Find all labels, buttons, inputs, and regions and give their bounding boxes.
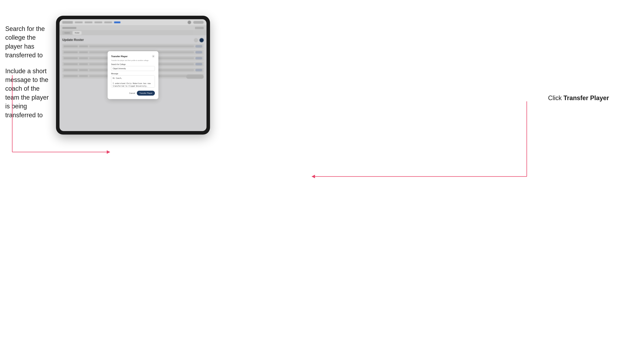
annotation-left: Search for the college the player has tr… <box>5 24 54 127</box>
svg-marker-2 <box>107 150 110 154</box>
message-textarea[interactable]: Hi Coach, I understand Chris Robertson h… <box>111 75 155 88</box>
modal-footer: Cancel Transfer Player <box>111 91 155 96</box>
annotation-message-text: Include a short message to the coach of … <box>5 67 54 120</box>
search-college-label: Search for College <box>111 63 155 65</box>
modal-title: Transfer Player <box>111 55 128 58</box>
tablet-screen: Starters Roster Update Roster <box>60 19 206 131</box>
transfer-player-modal: Transfer Player × Transfer the player an… <box>108 51 158 99</box>
svg-marker-5 <box>312 175 315 178</box>
cancel-button[interactable]: Cancel <box>129 92 135 94</box>
annotation-search-text: Search for the college the player has tr… <box>5 24 54 60</box>
annotation-right: Click Transfer Player <box>548 94 609 102</box>
annotation-transfer-bold: Transfer Player <box>564 94 609 102</box>
transfer-player-button[interactable]: Transfer Player <box>137 91 155 96</box>
modal-overlay: Transfer Player × Transfer the player an… <box>60 19 206 131</box>
modal-close-button[interactable]: × <box>152 55 155 58</box>
modal-subtitle: Transfer the player and their profile to… <box>111 60 155 61</box>
search-college-input[interactable] <box>111 66 155 71</box>
tablet-device: Starters Roster Update Roster <box>56 16 210 135</box>
modal-header: Transfer Player × <box>111 55 155 58</box>
message-label: Message <box>111 73 155 75</box>
annotation-click-text: Click <box>548 94 564 102</box>
